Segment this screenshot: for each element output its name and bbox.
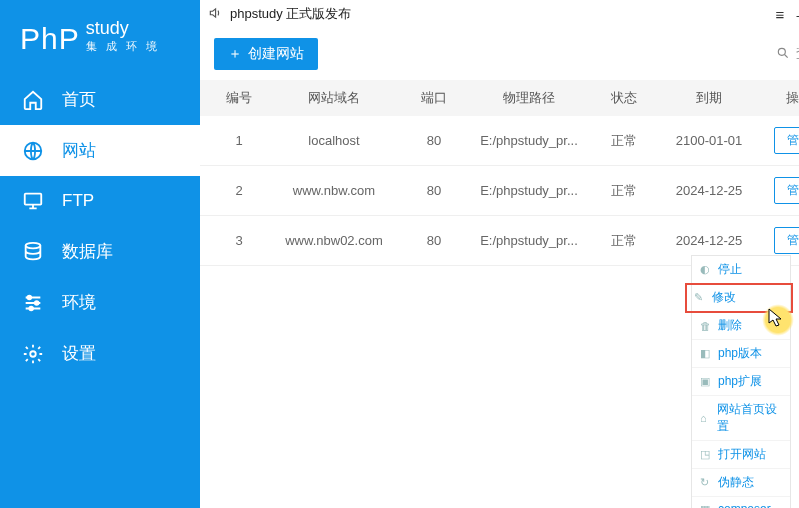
dropdown-item[interactable]: ◳打开网站: [692, 441, 790, 469]
dropdown-item-icon: ▣: [700, 375, 712, 388]
table-header: 编号 网站域名 端口 物理路径 状态 到期 操作: [200, 80, 799, 116]
search-button[interactable]: 查找: [776, 45, 799, 63]
title-text: phpstudy 正式版发布: [230, 5, 351, 23]
cell-port: 80: [404, 183, 464, 198]
manage-dropdown: ◐停止✎修改🗑删除◧php版本▣php扩展⌂网站首页设置◳打开网站↻伪静态▦co…: [691, 255, 791, 508]
th-status: 状态: [594, 89, 654, 107]
app-logo: PhP study 集 成 环 境: [0, 0, 200, 68]
dropdown-item-label: 删除: [718, 317, 742, 334]
dropdown-item-label: 停止: [718, 261, 742, 278]
nav-label: 设置: [62, 342, 96, 365]
logo-cn: 集 成 环 境: [86, 39, 160, 54]
cell-port: 80: [404, 133, 464, 148]
cell-status: 正常: [594, 132, 654, 150]
site-table: 编号 网站域名 端口 物理路径 状态 到期 操作 1localhost80E:/…: [200, 80, 799, 266]
cell-status: 正常: [594, 232, 654, 250]
cell-domain: www.nbw.com: [264, 183, 404, 198]
cell-id: 3: [214, 233, 264, 248]
titlebar: phpstudy 正式版发布 ≡ — ✕: [200, 0, 799, 28]
table-row[interactable]: 2www.nbw.com80E:/phpstudy_pr...正常2024-12…: [200, 166, 799, 216]
main-nav: 首页 网站 FTP 数据库 环境 设置: [0, 68, 200, 379]
nav-label: 首页: [62, 88, 96, 111]
search-icon: [776, 46, 790, 63]
dropdown-item[interactable]: 🗑删除: [692, 312, 790, 340]
svg-point-6: [30, 351, 36, 357]
sidebar: PhP study 集 成 环 境 首页 网站 FTP 数据库: [0, 0, 200, 508]
th-id: 编号: [214, 89, 264, 107]
logo-main: PhP: [20, 22, 80, 56]
manage-button[interactable]: 管理: [774, 177, 799, 204]
nav-ftp[interactable]: FTP: [0, 176, 200, 226]
table-row[interactable]: 1localhost80E:/phpstudy_pr...正常2100-01-0…: [200, 116, 799, 166]
dropdown-item-icon: ◧: [700, 347, 712, 360]
cell-port: 80: [404, 233, 464, 248]
dropdown-item-icon: ⌂: [700, 412, 711, 424]
dropdown-item-label: 修改: [712, 289, 736, 306]
svg-point-4: [35, 301, 39, 305]
dropdown-item-icon: ◐: [700, 263, 712, 276]
cell-status: 正常: [594, 182, 654, 200]
cell-id: 1: [214, 133, 264, 148]
dropdown-item-label: php版本: [718, 345, 762, 362]
dropdown-item[interactable]: ◧php版本: [692, 340, 790, 368]
dropdown-item[interactable]: ✎修改: [686, 284, 792, 312]
nav-database[interactable]: 数据库: [0, 226, 200, 277]
dropdown-item-label: 打开网站: [718, 446, 766, 463]
svg-rect-1: [25, 194, 42, 205]
dropdown-item-icon: ◳: [700, 448, 712, 461]
nav-label: 数据库: [62, 240, 113, 263]
dropdown-item-icon: 🗑: [700, 320, 712, 332]
dropdown-item-label: php扩展: [718, 373, 762, 390]
create-label: 创建网站: [248, 45, 304, 63]
svg-point-7: [778, 48, 785, 55]
dropdown-item-label: 伪静态: [718, 474, 754, 491]
create-site-button[interactable]: ＋ 创建网站: [214, 38, 318, 70]
cell-path: E:/phpstudy_pr...: [464, 133, 594, 148]
dropdown-item[interactable]: ⌂网站首页设置: [692, 396, 790, 441]
th-domain: 网站域名: [264, 89, 404, 107]
plus-icon: ＋: [228, 45, 242, 63]
nav-label: 网站: [62, 139, 96, 162]
cell-expire: 2024-12-25: [654, 233, 764, 248]
th-expire: 到期: [654, 89, 764, 107]
nav-label: FTP: [62, 191, 94, 211]
dropdown-item[interactable]: ▣php扩展: [692, 368, 790, 396]
gear-icon: [22, 343, 44, 365]
cell-path: E:/phpstudy_pr...: [464, 233, 594, 248]
manage-button[interactable]: 管理: [774, 127, 799, 154]
logo-study: study: [86, 18, 160, 39]
cell-domain: www.nbw02.com: [264, 233, 404, 248]
toolbar: ＋ 创建网站 查找: [200, 28, 799, 80]
dropdown-item-label: composer: [718, 502, 771, 508]
svg-point-2: [26, 242, 41, 248]
dropdown-item[interactable]: ▦composer: [692, 497, 790, 508]
minimize-icon[interactable]: —: [792, 6, 799, 23]
dropdown-item[interactable]: ↻伪静态: [692, 469, 790, 497]
svg-point-3: [28, 295, 32, 299]
th-action: 操作: [764, 89, 799, 107]
cell-path: E:/phpstudy_pr...: [464, 183, 594, 198]
cell-expire: 2100-01-01: [654, 133, 764, 148]
cell-expire: 2024-12-25: [654, 183, 764, 198]
dropdown-item-label: 网站首页设置: [717, 401, 782, 435]
sliders-icon: [22, 292, 44, 314]
manage-button[interactable]: 管理: [774, 227, 799, 254]
database-icon: [22, 241, 44, 263]
svg-point-5: [29, 306, 33, 310]
nav-website[interactable]: 网站: [0, 125, 200, 176]
cell-domain: localhost: [264, 133, 404, 148]
nav-environment[interactable]: 环境: [0, 277, 200, 328]
nav-home[interactable]: 首页: [0, 74, 200, 125]
nav-settings[interactable]: 设置: [0, 328, 200, 379]
cell-id: 2: [214, 183, 264, 198]
th-port: 端口: [404, 89, 464, 107]
dropdown-item-icon: ✎: [694, 291, 706, 304]
home-icon: [22, 89, 44, 111]
dropdown-item[interactable]: ◐停止: [692, 256, 790, 284]
monitor-icon: [22, 190, 44, 212]
sound-icon[interactable]: [208, 6, 222, 23]
dropdown-item-icon: ▦: [700, 503, 712, 509]
nav-label: 环境: [62, 291, 96, 314]
th-path: 物理路径: [464, 89, 594, 107]
menu-icon[interactable]: ≡: [768, 6, 792, 23]
